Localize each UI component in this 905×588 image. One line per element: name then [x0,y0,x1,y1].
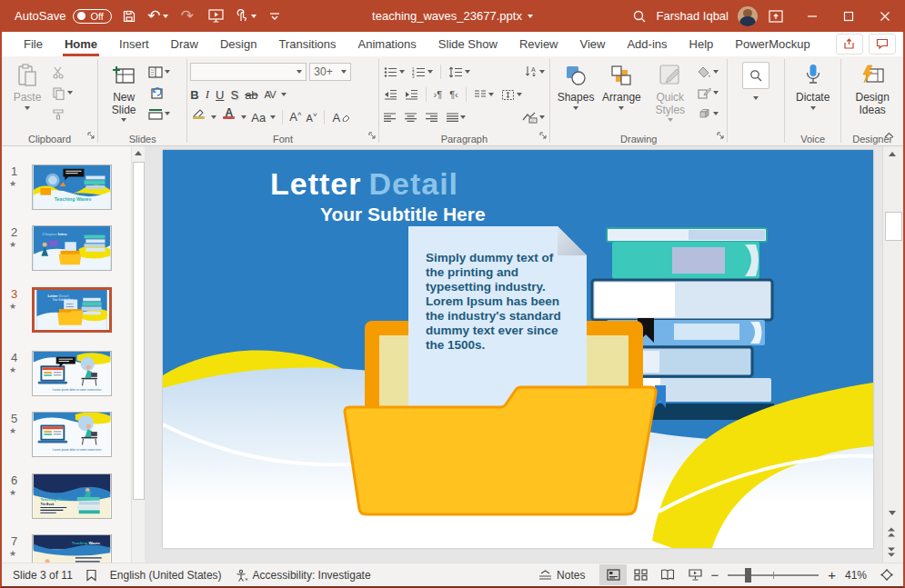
shape-effects-button[interactable] [696,105,720,123]
maximize-button[interactable] [830,0,867,32]
slide-thumbnail-image[interactable]: Teaching Waves [32,534,112,563]
clipboard-dialog-launcher[interactable] [87,127,96,144]
tab-home[interactable]: Home [54,32,108,56]
redo-icon[interactable]: ↷ [176,5,199,27]
ribbon-display-options-icon[interactable] [758,0,794,32]
arrange-button[interactable]: Arrange [598,59,645,131]
thumbnail-scrollbar[interactable] [131,146,145,563]
decrease-indent-button[interactable] [382,85,399,104]
section-button[interactable] [146,105,172,123]
shrink-font-button[interactable]: A˅ [307,111,317,124]
bold-button[interactable]: B [190,88,198,102]
align-left-button[interactable] [382,108,397,126]
columns-button[interactable] [472,85,496,104]
dictate-button[interactable]: Dictate [790,59,836,131]
normal-view-button[interactable] [599,564,627,585]
tab-add-ins[interactable]: Add-ins [616,32,678,56]
zoom-in-button[interactable]: + [826,567,838,583]
shape-fill-button[interactable] [696,63,720,81]
underline-button[interactable]: U [216,88,224,102]
tab-file[interactable]: File [13,32,54,56]
tab-design[interactable]: Design [209,32,267,56]
clear-formatting-button[interactable]: A [331,108,353,126]
tab-animations[interactable]: Animations [347,32,427,56]
align-center-button[interactable] [403,108,418,126]
save-icon[interactable] [117,5,141,27]
start-presentation-icon[interactable] [205,5,228,27]
touch-mode-icon[interactable] [234,5,257,27]
editing-button[interactable] [733,59,779,131]
format-painter-button[interactable] [50,105,75,123]
increase-indent-button[interactable] [403,85,420,104]
line-spacing-button[interactable] [447,63,472,81]
share-button[interactable] [836,34,863,55]
align-right-button[interactable] [424,108,439,126]
slide-scrollbar-thumb[interactable] [885,212,902,241]
change-case-button[interactable]: Aa [251,111,266,125]
slide-thumbnail-image[interactable]: Teaching WavesThe Book [32,473,112,519]
undo-icon[interactable]: ↶ [146,5,170,27]
slide-thumbnail-image[interactable]: Chapter Intro [32,225,112,271]
text-highlight-button[interactable] [190,108,206,126]
cut-button[interactable] [50,63,75,81]
grow-font-button[interactable]: A˄ [289,110,301,124]
strikethrough-button[interactable]: ab [245,88,257,102]
copy-button[interactable] [50,84,75,102]
slide-title[interactable]: LetterDetail [270,166,458,202]
slide-sorter-view-button[interactable] [627,564,654,585]
user-avatar[interactable] [738,6,758,26]
customize-toolbar-icon[interactable] [263,5,287,27]
previous-slide-button[interactable] [888,527,895,537]
slide-thumbnail-image[interactable]: Teaching WavesYour Subtitle Here [32,164,112,210]
bullets-button[interactable] [382,63,407,81]
character-spacing-button[interactable]: AV [265,89,276,100]
slide-thumbnail-image[interactable]: Lorem ipsum dolor sit amet consectetur [32,412,112,457]
slide-canvas[interactable]: LetterDetail Your Subtitle Here Simply d… [163,150,873,548]
reading-view-button[interactable] [654,564,681,585]
slide-scrollbar[interactable] [882,146,903,563]
rtl-paragraph-button[interactable]: ¶‹ [447,85,460,104]
tab-help[interactable]: Help [679,32,725,56]
slide-layout-button[interactable] [146,63,172,81]
scroll-up-icon[interactable] [889,152,896,156]
close-button[interactable] [867,0,903,32]
drawing-dialog-launcher[interactable] [717,127,725,144]
slide-thumbnail-image[interactable]: Lorem ipsum dolor sit amet consectetur [32,351,112,396]
ltr-paragraph-button[interactable]: ›¶ [432,85,445,104]
tab-powermockup[interactable]: PowerMockup [724,32,820,56]
font-name-combo[interactable] [190,63,307,81]
notes-button[interactable]: Notes [538,569,585,582]
shapes-button[interactable]: Shapes [553,59,598,131]
justify-button[interactable] [445,108,468,126]
slide-indicator[interactable]: Slide 3 of 11 [13,569,73,582]
tab-insert[interactable]: Insert [108,32,160,56]
font-size-combo[interactable]: 30+ [309,63,351,81]
tab-view[interactable]: View [569,32,617,56]
align-text-button[interactable] [499,85,524,104]
paragraph-dialog-launcher[interactable] [539,127,548,144]
slide-thumbnail-image[interactable]: Letter DetailYour Subtitle HereSIMPLYDUM… [32,287,112,333]
tab-review[interactable]: Review [508,32,569,56]
fit-slide-to-window-button[interactable] [880,568,894,582]
new-slide-button[interactable]: New Slide [101,59,146,131]
shape-outline-button[interactable] [696,84,720,102]
zoom-level[interactable]: 41% [845,569,867,582]
design-ideas-button[interactable]: Design Ideas [849,59,896,131]
font-dialog-launcher[interactable] [368,127,377,144]
zoom-slider-thumb[interactable] [745,568,751,583]
thumbnail-scrollbar-thumb[interactable] [133,162,145,500]
accessibility-status[interactable]: Accessibility: Investigate [253,569,371,582]
user-name[interactable]: Farshad Iqbal [657,9,729,23]
autosave-toggle[interactable]: Off [73,9,111,24]
accessibility-icon[interactable] [235,569,248,582]
reset-slide-button[interactable] [146,84,172,102]
text-shadow-button[interactable]: S [230,88,238,102]
text-direction-sort-button[interactable]: A [522,63,547,81]
numbering-button[interactable]: 123 [410,63,435,81]
next-slide-button[interactable] [888,547,895,557]
scroll-down-icon[interactable] [889,511,896,515]
slide-subtitle[interactable]: Your Subtitle Here [320,204,486,225]
document-title[interactable]: teaching_waves_23677.pptx [372,9,522,23]
tab-slide-show[interactable]: Slide Show [427,32,508,56]
italic-button[interactable]: I [206,87,209,102]
